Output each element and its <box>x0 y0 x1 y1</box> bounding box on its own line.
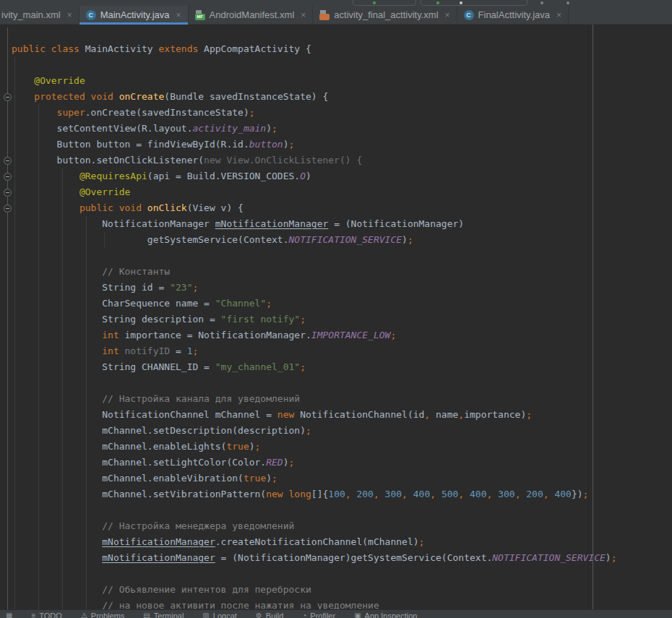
statusbar-item-label: Terminal <box>154 611 184 618</box>
tab-label: AndroidManifest.xml <box>210 9 295 20</box>
file-corner-icon <box>196 10 202 14</box>
code-line: mChannel.setDescription(description); <box>12 423 617 439</box>
statusbar-item-todo[interactable]: ≡TODO <box>31 611 61 618</box>
file-corner-icon <box>320 10 326 14</box>
active-tab-underline <box>79 22 188 25</box>
tab-label: FinalActtivity.java <box>478 9 550 20</box>
fold-marker-icon[interactable] <box>4 173 12 181</box>
gutter-fold-line <box>7 27 8 609</box>
class-file-icon: C <box>464 10 474 20</box>
tab-label: ivity_main.xml <box>1 9 61 20</box>
terminal-icon: ▤ <box>143 611 150 618</box>
code-line: @Override <box>12 73 617 89</box>
editor[interactable]: public class MainActivity extends AppCom… <box>0 25 672 609</box>
code-line: public class MainActivity extends AppCom… <box>12 41 617 57</box>
statusbar-item-app-inspection[interactable]: ▣App Inspection <box>354 611 417 618</box>
statusbar-item[interactable]: ▦ <box>6 611 12 618</box>
statusbar-item-label: TODO <box>39 611 62 618</box>
close-icon[interactable]: × <box>445 10 450 20</box>
toolbar-icon[interactable] <box>540 1 543 4</box>
tool-window-icon: ▦ <box>6 611 12 618</box>
statusbar-item-label: Problems <box>91 611 124 618</box>
code-line: // Настройка менеджера уведомлений <box>12 518 617 534</box>
code-line <box>12 248 617 264</box>
code-line: mNotificationManager.createNotificationC… <box>12 534 617 550</box>
tab-finalacttivity-java[interactable]: CFinalActtivity.java× <box>457 6 569 24</box>
statusbar-item-label: Logcat <box>213 611 237 618</box>
code-line: String id = "23"; <box>12 280 617 296</box>
code-line: mNotificationManager = (NotificationMana… <box>12 550 617 566</box>
code-line: mChannel.setVibrationPattern(new long[]{… <box>12 486 617 502</box>
code-line: @RequiresApi(api = Build.VERSION_CODES.O… <box>12 168 617 184</box>
profiler-icon: ◔ <box>302 611 306 618</box>
problems-icon: ⚠ <box>81 611 87 618</box>
code-line: NotificationManager mNotificationManager… <box>12 216 617 232</box>
fold-marker-icon[interactable] <box>4 189 12 197</box>
logcat-icon: ▥ <box>202 611 209 618</box>
fold-marker-icon[interactable] <box>4 205 12 213</box>
code-area[interactable]: public class MainActivity extends AppCom… <box>12 41 617 609</box>
tab-mainactivity-java[interactable]: CMainActivity.java× <box>79 6 189 24</box>
statusbar-item-label: App Inspection <box>365 611 418 618</box>
statusbar-item-problems[interactable]: ⚠Problems <box>81 611 124 618</box>
code-line: button.setOnClickListener(new View.OnCli… <box>12 153 617 168</box>
statusbar-item-logcat[interactable]: ▥Logcat <box>202 611 236 618</box>
code-line <box>12 502 617 518</box>
statusbar-item-label: Build <box>266 611 283 618</box>
tab-label: MainActivity.java <box>100 9 170 20</box>
file-badge-icon: MF <box>195 14 205 20</box>
statusbar-item-label: Profiler <box>310 611 335 618</box>
statusbar-item-terminal[interactable]: ▤Terminal <box>143 611 184 618</box>
toolbar-icon[interactable] <box>567 1 569 4</box>
code-line: getSystemService(Context.NOTIFICATION_SE… <box>12 232 617 248</box>
toolbar-button-group[interactable] <box>353 0 416 6</box>
close-icon[interactable]: × <box>176 10 181 20</box>
code-line: protected void onCreate(Bundle savedInst… <box>12 89 617 105</box>
tab-ivity-main-xml[interactable]: ivity_main.xml× <box>0 6 79 24</box>
file-badge-icon <box>319 14 329 20</box>
code-line: // Константы <box>12 264 617 280</box>
close-icon[interactable]: × <box>556 10 561 20</box>
code-line: String CHANNEL_ID = "my_channel_01"; <box>12 359 617 375</box>
run-icon[interactable] <box>436 1 439 4</box>
layout-file-icon <box>319 10 329 20</box>
tab-androidmanifest-xml[interactable]: MFAndroidManifest.xml× <box>189 6 314 24</box>
manifest-file-icon: MF <box>195 10 205 20</box>
code-line: // Обьявление интентов для переброски <box>12 582 617 598</box>
app-inspection-icon: ▣ <box>354 611 361 618</box>
code-line <box>12 57 617 73</box>
tab-activity-final-acttivity-xml[interactable]: activity_final_acttivity.xml× <box>313 6 457 24</box>
build-icon: ⚙ <box>256 611 262 618</box>
run-icon[interactable] <box>373 1 376 4</box>
fold-marker-icon[interactable] <box>4 157 12 165</box>
code-line: mChannel.enableVibration(true); <box>12 471 617 486</box>
code-line: // Настройка канала для уведомлений <box>12 391 617 407</box>
code-line: public void onClick(View v) { <box>12 200 617 216</box>
main-toolbar-partial <box>0 0 672 6</box>
todo-icon: ≡ <box>31 611 35 618</box>
code-line: @Override <box>12 184 617 200</box>
code-line: super.onCreate(savedInstanceState); <box>12 105 617 121</box>
tool-window-bar: ▦≡TODO⚠Problems▤Terminal▥Logcat⚙Build◔Pr… <box>0 609 672 618</box>
fold-marker-icon[interactable] <box>4 93 12 101</box>
code-line: mChannel.enableLights(true); <box>12 439 617 455</box>
code-line: String description = "first notify"; <box>12 312 617 327</box>
tab-label: activity_final_acttivity.xml <box>334 9 438 20</box>
code-line <box>12 566 617 582</box>
code-line: Button button = findViewById(R.id.button… <box>12 137 617 153</box>
tab-bar: ivity_main.xml×CMainActivity.java×MFAndr… <box>0 6 672 25</box>
toolbar-icon[interactable] <box>460 1 462 4</box>
close-icon[interactable]: × <box>301 10 306 20</box>
code-line: int importance = NotificationManager.IMP… <box>12 327 617 343</box>
code-line: // на новое активити после нажатия на ув… <box>12 598 617 609</box>
code-line: CharSequence name = "Channel"; <box>12 296 617 312</box>
class-file-icon: C <box>86 10 96 20</box>
code-line: NotificationChannel mChannel = new Notif… <box>12 407 617 423</box>
code-line: setContentView(R.layout.activity_main); <box>12 121 617 137</box>
code-line: mChannel.setLightColor(Color.RED); <box>12 455 617 471</box>
statusbar-item-profiler[interactable]: ◔Profiler <box>302 611 335 618</box>
statusbar-item-build[interactable]: ⚙Build <box>256 611 283 618</box>
code-line <box>12 375 617 391</box>
code-line: int notifyID = 1; <box>12 343 617 359</box>
close-icon[interactable]: × <box>67 10 72 20</box>
